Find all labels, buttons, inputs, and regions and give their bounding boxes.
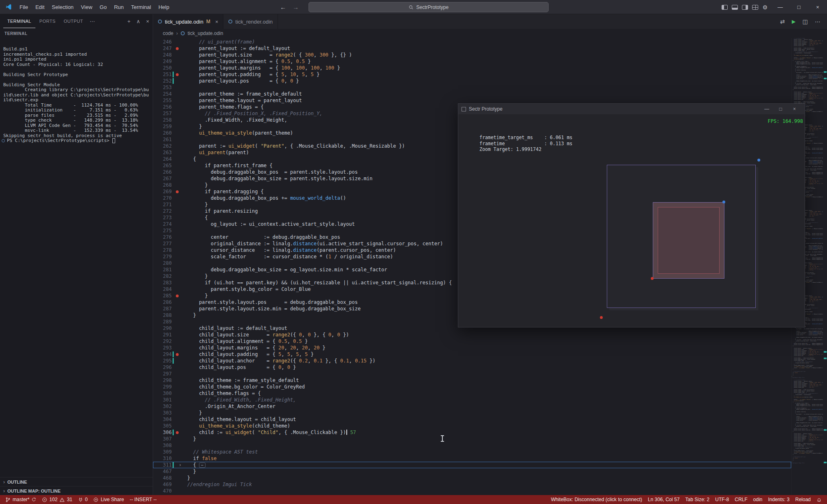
eol-setting[interactable]: CRLF: [732, 495, 750, 504]
fold-badge[interactable]: ⋯: [199, 463, 206, 468]
new-terminal-icon[interactable]: +: [127, 18, 131, 24]
toggle-sidebar-icon[interactable]: [722, 5, 728, 10]
window-minimize-button[interactable]: —: [771, 0, 790, 14]
whitebox-status[interactable]: WhiteBox: Disconnected (click to connect…: [548, 495, 645, 504]
panel-tab-output[interactable]: OUTPUT: [60, 14, 88, 28]
code-line[interactable]: 467 }: [153, 468, 791, 475]
fold-chevron-icon[interactable]: ›: [179, 462, 182, 468]
overlay-minimize-button[interactable]: —: [760, 104, 774, 114]
gear-icon[interactable]: ⚙: [762, 4, 768, 11]
ports-status[interactable]: 0: [75, 495, 91, 504]
scrollbar[interactable]: [823, 38, 827, 495]
outline-map-section[interactable]: › OUTLINE MAP: OUTLINE: [0, 486, 153, 495]
overlay-viewport[interactable]: FPS: 164.998 frametime_target_ms : 6.061…: [458, 114, 805, 327]
maximize-panel-icon[interactable]: ∧: [136, 18, 140, 24]
code-line[interactable]: 469//endregion Imgui Tick: [153, 481, 791, 488]
problems-status[interactable]: 102 31: [39, 495, 75, 504]
code-line[interactable]: 299 child_theme.bg_color = Color_GreyRed: [153, 384, 791, 390]
menu-selection[interactable]: Selection: [48, 0, 77, 14]
nav-forward-icon[interactable]: →: [293, 4, 299, 11]
code-line[interactable]: 247 parent_layout := default_layout: [153, 45, 791, 52]
panel-tab-overflow-icon[interactable]: ⋯: [87, 14, 97, 28]
code-line[interactable]: 295 child_layout.anchor = range2({ 0.2, …: [153, 358, 791, 364]
menu-edit[interactable]: Edit: [32, 0, 48, 14]
red-dot-marker[interactable]: [176, 73, 179, 76]
code-line[interactable]: 303 }: [153, 410, 791, 416]
code-line[interactable]: 300 child_theme.flags = {: [153, 390, 791, 397]
code-line[interactable]: 248 parent_layout.size = range2( { 300, …: [153, 52, 791, 58]
menu-run[interactable]: Run: [110, 0, 127, 14]
code-line[interactable]: 296 child_layout.pos = { 0, 0 }: [153, 364, 791, 371]
run-file-icon[interactable]: ▶: [792, 19, 796, 24]
encoding-setting[interactable]: UTF-8: [712, 495, 732, 504]
code-line[interactable]: 250 parent_layout.margins = { 100, 100, …: [153, 65, 791, 71]
code-line[interactable]: 470: [153, 488, 791, 494]
code-line[interactable]: 298 child_theme := frame_style_default: [153, 377, 791, 384]
indents-setting[interactable]: Indents: 3: [765, 495, 792, 504]
menu-view[interactable]: View: [77, 0, 96, 14]
red-dot-marker[interactable]: [176, 190, 179, 193]
more-actions-icon[interactable]: ⋯: [815, 18, 820, 25]
tab-tick-update[interactable]: tick_update.odin M ×: [153, 14, 223, 29]
code-line[interactable]: 297: [153, 371, 791, 377]
toggle-secondary-sidebar-icon[interactable]: [742, 5, 748, 10]
panel-tab-terminal[interactable]: TERMINAL: [3, 14, 35, 28]
split-editor-icon[interactable]: ◫: [803, 18, 808, 25]
menu-help[interactable]: Help: [155, 0, 173, 14]
code-line[interactable]: 304 child_theme.layout = child_layout: [153, 416, 791, 423]
code-line[interactable]: 249 parent_layout.alignment = { 0.5, 0.5…: [153, 58, 791, 65]
nav-back-icon[interactable]: ←: [280, 4, 286, 11]
command-center-search[interactable]: SectrPrototype: [308, 2, 549, 12]
panel-tab-ports[interactable]: PORTS: [35, 14, 60, 28]
code-line[interactable]: 255 parent_theme.layout = parent_layout: [153, 97, 791, 104]
toggle-panel-icon[interactable]: [732, 5, 738, 10]
compare-changes-icon[interactable]: ⇄: [780, 18, 785, 25]
code-line[interactable]: 254 parent_theme := frame_style_default: [153, 91, 791, 97]
code-line[interactable]: 305 ui_theme_via_style(child_theme): [153, 423, 791, 429]
code-line[interactable]: 252 parent_layout.pos = { 0, 0 }: [153, 78, 791, 84]
tab-tick-render[interactable]: tick_render.odin: [223, 14, 278, 29]
breadcrumb-folder[interactable]: code: [163, 31, 173, 36]
code-line[interactable]: 291 child_layout.size = range2({ 0, 0 },…: [153, 332, 791, 338]
language-mode[interactable]: odin: [750, 495, 766, 504]
terminal-output[interactable]: Build.ps1incremental_checks.ps1 imported…: [0, 38, 153, 477]
code-line[interactable]: 308: [153, 442, 791, 449]
live-share-status[interactable]: Live Share: [90, 495, 127, 504]
red-dot-marker[interactable]: [176, 47, 179, 50]
outline-section[interactable]: › OUTLINE: [0, 477, 153, 486]
close-panel-icon[interactable]: ×: [146, 18, 149, 24]
code-line[interactable]: 301 // .Fixed_Width, .Fixed_Height,: [153, 397, 791, 403]
code-line[interactable]: 294 child_layout.padding = { 5, 5, 5, 5 …: [153, 351, 791, 358]
close-tab-icon[interactable]: ×: [215, 19, 219, 25]
red-dot-marker[interactable]: [176, 353, 179, 356]
code-line[interactable]: 292 child_layout.alignment = { 0.5, 0.5 …: [153, 338, 791, 345]
terminal-prompt-row[interactable]: PS C:\projects\SectrPrototype\scripts>: [3, 138, 149, 144]
git-branch-status[interactable]: master*: [2, 495, 39, 504]
sectr-prototype-window[interactable]: Sectr Prototype — □ × FPS: 164.998 frame…: [458, 103, 805, 327]
breadcrumb[interactable]: code › tick_update.odin: [153, 29, 827, 38]
reload-button[interactable]: Reload: [792, 495, 814, 504]
overlay-maximize-button[interactable]: □: [774, 104, 788, 114]
menu-file[interactable]: File: [16, 0, 32, 14]
menu-terminal[interactable]: Terminal: [127, 0, 155, 14]
code-line[interactable]: 302 .Origin_At_Anchor_Center: [153, 403, 791, 410]
breadcrumb-file[interactable]: tick_update.odin: [188, 31, 223, 36]
cursor-position[interactable]: Ln 306, Col 57: [645, 495, 683, 504]
code-line[interactable]: 310 if false: [153, 455, 791, 462]
menu-go[interactable]: Go: [96, 0, 110, 14]
customize-layout-icon[interactable]: [752, 5, 758, 10]
red-dot-marker[interactable]: [176, 295, 179, 297]
code-line[interactable]: 307 }: [153, 436, 791, 442]
code-line[interactable]: 251 parent_layout.padding = { 5, 10, 5, …: [153, 71, 791, 78]
code-line[interactable]: 311› {⋯: [153, 462, 791, 468]
overlay-title-bar[interactable]: Sectr Prototype — □ ×: [458, 104, 805, 114]
code-line[interactable]: 293 child_layout.margins = { 20, 20, 20,…: [153, 345, 791, 351]
code-line[interactable]: 246 // ui_parent(frame): [153, 39, 791, 45]
code-line[interactable]: 306 child := ui_widget( "Child", { .Mous…: [153, 429, 791, 436]
red-dot-marker[interactable]: [176, 431, 179, 434]
notifications-bell[interactable]: [814, 495, 825, 504]
code-line[interactable]: 253: [153, 84, 791, 91]
window-close-button[interactable]: ×: [808, 0, 827, 14]
tab-size-setting[interactable]: Tab Size: 2: [683, 495, 712, 504]
window-maximize-button[interactable]: □: [790, 0, 808, 14]
